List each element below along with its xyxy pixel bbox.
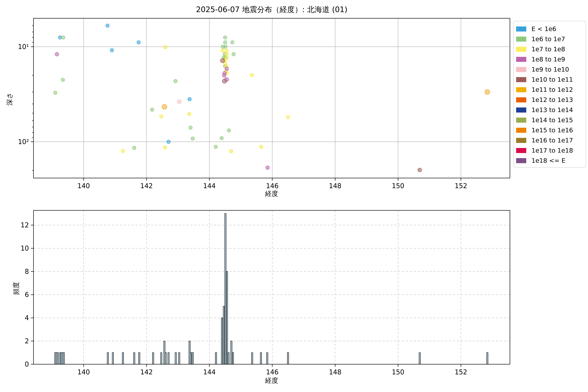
scatter-xtick-label: 140	[78, 182, 90, 190]
scatter-point	[150, 108, 154, 112]
scatter-point	[224, 36, 227, 39]
scatter-point	[191, 137, 194, 140]
hist-ytick-label: 0	[25, 360, 29, 368]
scatter-point	[188, 112, 191, 116]
histogram-bar	[165, 353, 166, 364]
hist-ytick-label: 10	[20, 244, 29, 252]
scatter-point	[225, 49, 228, 52]
scatter-point	[260, 145, 263, 148]
scatter-point	[163, 146, 167, 149]
scatter-point	[224, 41, 227, 44]
histogram-bar	[223, 306, 224, 364]
scatter-point	[231, 41, 234, 44]
hist-ytick-label: 6	[25, 291, 29, 298]
histogram-bar	[134, 353, 135, 364]
legend-item: 1e10 to 1e11	[514, 74, 586, 84]
histogram-bar	[190, 353, 192, 364]
scatter-point	[55, 52, 59, 56]
scatter-point	[188, 97, 191, 101]
energy-legend: E < 1e61e6 to 1e71e7 to 1e81e8 to 1e91e9…	[513, 21, 586, 168]
scatter-point	[110, 48, 114, 52]
legend-swatch	[516, 47, 526, 52]
legend-item: 1e15 to 1e16	[514, 125, 586, 135]
hist-xtick-label: 142	[140, 368, 153, 376]
hist-ytick-label: 4	[25, 314, 29, 322]
scatter-point	[189, 126, 192, 129]
histogram-bar	[232, 353, 234, 364]
hist-ytick-label: 12	[20, 221, 29, 229]
histogram-bar	[487, 353, 488, 364]
scatter-xtick-label: 148	[329, 182, 341, 190]
histogram-xaxis-label: 経度	[239, 376, 304, 385]
legend-item: 1e18 <= E	[514, 156, 586, 166]
hist-xtick-label: 148	[329, 368, 341, 376]
legend-swatch	[516, 67, 526, 72]
histogram-bar	[252, 353, 253, 364]
figure: 2025-06-07 地震分布（経度）: 北海道 (01) 1401421441…	[0, 0, 588, 392]
histogram-bar	[168, 353, 169, 364]
legend-label: 1e17 to 1e18	[532, 147, 573, 154]
legend-swatch	[516, 87, 526, 92]
legend-label: 1e16 to 1e17	[532, 137, 573, 144]
hist-ytick-label: 2	[25, 337, 29, 345]
legend-label: 1e6 to 1e7	[532, 36, 565, 43]
scatter-point	[137, 41, 140, 44]
histogram-bar	[192, 353, 194, 364]
scatter-xtick-label: 146	[266, 182, 278, 190]
scatter-xtick-label: 152	[455, 182, 467, 190]
legend-swatch	[516, 57, 526, 62]
scatter-ytick-label: 10¹	[18, 43, 29, 50]
legend-swatch	[516, 108, 526, 112]
scatter-point	[232, 52, 235, 56]
scatter-point	[167, 140, 170, 144]
scatter-point	[174, 80, 177, 83]
scatter-point	[164, 46, 167, 49]
histogram-bar	[122, 353, 124, 364]
hist-xtick-label: 152	[455, 368, 467, 376]
legend-swatch	[516, 36, 526, 42]
scatter-point	[221, 49, 224, 52]
legend-label: 1e13 to 1e14	[532, 106, 573, 114]
legend-label: 1e7 to 1e8	[532, 46, 565, 53]
scatter-xtick-label: 144	[203, 182, 216, 190]
histogram-bar	[260, 353, 262, 364]
legend-label: 1e11 to 1e12	[532, 86, 573, 93]
legend-label: 1e8 to 1e9	[532, 56, 565, 63]
legend-item: 1e8 to 1e9	[514, 54, 586, 64]
histogram-bar	[215, 353, 216, 364]
legend-swatch	[516, 158, 526, 163]
histogram-bar	[107, 353, 108, 364]
scatter-point	[162, 104, 167, 109]
hist-xtick-label: 146	[266, 368, 278, 376]
legend-label: 1e12 to 1e13	[532, 96, 573, 104]
legend-label: 1e18 <= E	[532, 157, 566, 164]
scatter-point	[222, 74, 226, 77]
scatter-point	[225, 52, 228, 56]
histogram-bar	[178, 353, 180, 364]
scatter-xaxis-label: 経度	[239, 189, 304, 198]
histogram-bar	[228, 353, 229, 364]
legend-label: 1e15 to 1e16	[532, 126, 573, 134]
histogram-bar	[225, 214, 226, 364]
legend-item: 1e12 to 1e13	[514, 95, 586, 105]
hist-xtick-label: 150	[392, 368, 404, 376]
legend-swatch	[516, 26, 526, 32]
legend-swatch	[516, 77, 526, 82]
histogram-bar	[226, 272, 228, 364]
legend-swatch	[516, 97, 526, 102]
scatter-point	[121, 149, 124, 153]
histogram-yaxis-label: 頻度	[12, 282, 20, 295]
scatter-point	[61, 78, 64, 82]
legend-item: 1e11 to 1e12	[514, 84, 586, 95]
scatter-point	[224, 45, 227, 48]
histogram-bar	[112, 353, 114, 364]
histogram-bar	[152, 353, 154, 364]
scatter-point	[485, 90, 490, 94]
scatter-point	[177, 100, 181, 104]
scatter-xtick-label: 142	[140, 182, 153, 190]
scatter-point	[225, 67, 228, 71]
legend-item: 1e6 to 1e7	[514, 34, 586, 44]
hist-ytick-label: 8	[25, 268, 29, 275]
legend-swatch	[516, 118, 526, 123]
legend-label: 1e9 to 1e10	[532, 66, 569, 73]
